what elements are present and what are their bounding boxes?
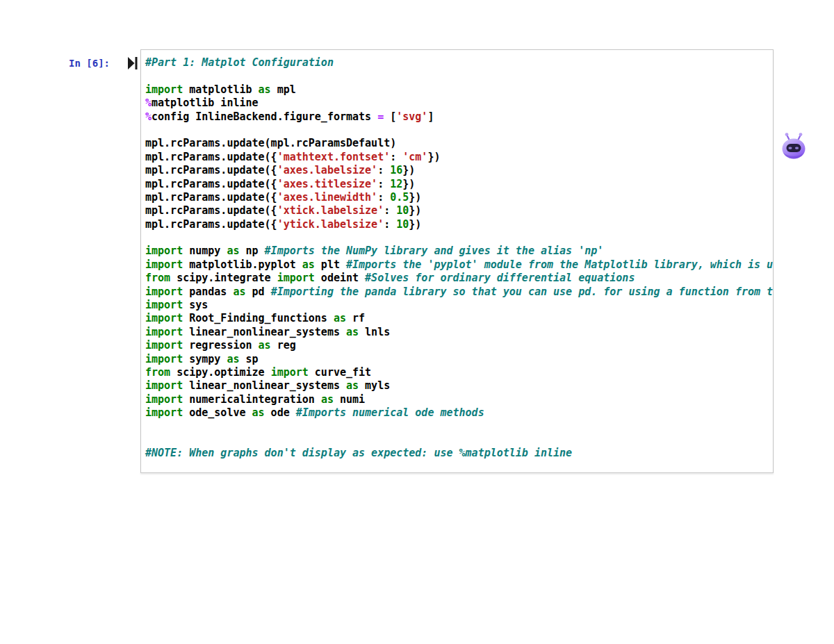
code-token-magic: %	[145, 110, 152, 123]
code-token-kw: as	[252, 406, 265, 419]
code-token-pl: regression	[183, 339, 258, 352]
code-token-kw: import	[145, 312, 183, 324]
code-token-num: 10	[396, 218, 409, 231]
code-line: #Part 1: Matplot Configuration	[145, 56, 773, 69]
code-line: import Root_Finding_functions as rf	[145, 312, 773, 325]
robot-icon	[780, 132, 808, 163]
code-token-pl: sympy	[183, 353, 227, 365]
code-token-str: 'mathtext.fontset'	[277, 151, 391, 163]
code-token-pl: plt	[315, 258, 346, 271]
code-line: from scipy.integrate import odeint #Solv…	[145, 272, 773, 285]
code-token-pl: config InlineBackend.figure_formats	[152, 110, 377, 123]
code-token-pl: reg	[271, 339, 296, 352]
code-token-com: #Imports the 'pyplot' module from the Ma…	[346, 258, 773, 271]
run-cell-button[interactable]	[128, 57, 138, 69]
code-token-str: 'ytick.labelsize'	[277, 218, 384, 231]
code-line: mpl.rcParams.update({'xtick.labelsize': …	[145, 204, 773, 217]
code-token-pl: sys	[183, 299, 208, 311]
code-line: mpl.rcParams.update({'axes.linewidth': 0…	[145, 191, 773, 204]
code-token-kw: import	[145, 326, 183, 338]
code-token-kw: as	[259, 339, 271, 352]
code-line: from scipy.optimize import curve_fit	[145, 366, 773, 379]
code-token-pl: mpl.rcParams.update(mpl.rcParamsDefault)	[145, 137, 396, 149]
code-token-pl: pandas	[183, 286, 233, 298]
code-line: import numpy as np #Imports the NumPy li…	[145, 245, 773, 258]
code-line: import regression as reg	[145, 339, 773, 352]
code-token-str: 'axes.titlesize'	[277, 178, 378, 190]
code-token-pl: odeint	[315, 272, 365, 284]
code-token-com: #Imports numerical ode methods	[296, 406, 484, 419]
code-line	[145, 124, 773, 137]
code-token-str: 'cm'	[402, 151, 427, 163]
code-line: import numericalintegration as numi	[145, 393, 773, 406]
code-token-kw: as	[346, 326, 359, 338]
code-token-kw: import	[145, 339, 183, 352]
code-token-kw: import	[145, 258, 183, 271]
code-token-kw: import	[145, 286, 183, 298]
code-token-str: 'axes.labelsize'	[277, 164, 378, 176]
code-line: import ode_solve as ode #Imports numeric…	[145, 406, 773, 420]
code-token-pl: })	[409, 191, 421, 204]
code-token-kw: as	[321, 393, 334, 406]
code-token-kw: from	[145, 366, 170, 379]
code-token-pl: :	[384, 204, 396, 217]
code-token-pl: ode	[265, 406, 296, 419]
code-token-pl: :	[377, 164, 390, 176]
code-token-pl: mpl	[271, 83, 296, 96]
code-token-kw: import	[145, 83, 183, 96]
code-token-kw: import	[145, 353, 183, 365]
code-line: import sympy as sp	[145, 353, 773, 366]
code-token-pl: :	[377, 178, 390, 190]
code-token-kw: import	[145, 379, 183, 392]
code-token-pl: linear_nonlinear_systems	[183, 379, 346, 392]
code-token-str: 'xtick.labelsize'	[277, 204, 384, 217]
code-cell[interactable]: #Part 1: Matplot Configuration import ma…	[140, 49, 774, 473]
code-token-kw: import	[271, 366, 309, 379]
code-token-com: #Importing the panda library so that you…	[271, 286, 773, 298]
code-line	[145, 420, 773, 434]
code-line: mpl.rcParams.update({'ytick.labelsize': …	[145, 218, 773, 231]
code-line: mpl.rcParams.update({'axes.titlesize': 1…	[145, 178, 773, 191]
code-token-pl: linear_nonlinear_systems	[183, 326, 346, 338]
code-token-pl: matplotlib inline	[152, 97, 259, 109]
code-token-pl: })	[427, 151, 440, 163]
code-token-com: #Solves for ordinary differential equati…	[365, 272, 635, 284]
code-token-pl: Root_Finding_functions	[183, 312, 334, 324]
code-token-magic: %	[145, 97, 152, 109]
code-token-com: #NOTE: When graphs don't display as expe…	[145, 447, 572, 459]
code-token-pl: matplotlib	[183, 83, 258, 96]
code-token-pl: pd	[246, 286, 271, 298]
code-token-pl: numi	[334, 393, 365, 406]
code-token-pl: ode_solve	[183, 406, 252, 419]
code-line: import linear_nonlinear_systems as lnls	[145, 326, 773, 339]
ai-assistant-button[interactable]	[780, 132, 808, 163]
code-token-pl: :	[384, 218, 396, 231]
code-token-kw: as	[227, 245, 239, 257]
code-token-pl: myls	[359, 379, 390, 392]
code-token-pl: mpl.rcParams.update({	[145, 191, 277, 204]
code-token-pl: })	[402, 178, 415, 190]
code-token-pl: [	[384, 110, 396, 123]
code-token-com: #Imports the NumPy library and gives it …	[265, 245, 604, 257]
code-token-pl: scipy.optimize	[170, 366, 271, 379]
code-token-kw: as	[346, 379, 359, 392]
code-token-pl: :	[377, 191, 390, 204]
code-token-kw: as	[233, 286, 245, 298]
code-token-pl: numericalintegration	[183, 393, 321, 406]
code-token-pl: :	[390, 151, 402, 163]
code-token-pl: mpl.rcParams.update({	[145, 164, 277, 176]
code-line: mpl.rcParams.update({'mathtext.fontset':…	[145, 151, 773, 164]
code-token-com: #Part 1: Matplot Configuration	[145, 56, 334, 69]
code-token-pl: numpy	[183, 245, 227, 257]
code-line: %matplotlib inline	[145, 97, 773, 110]
code-token-pl: sp	[239, 353, 258, 365]
code-token-pl: scipy.integrate	[170, 272, 277, 284]
code-editor[interactable]: #Part 1: Matplot Configuration import ma…	[141, 50, 773, 469]
code-token-num: 0.5	[390, 191, 409, 204]
code-token-kw: import	[145, 393, 183, 406]
code-token-pl: })	[409, 204, 421, 217]
code-token-pl: mpl.rcParams.update({	[145, 178, 277, 190]
code-token-pl: mpl.rcParams.update({	[145, 218, 277, 231]
code-line: #NOTE: When graphs don't display as expe…	[145, 447, 773, 460]
code-line	[145, 231, 773, 245]
